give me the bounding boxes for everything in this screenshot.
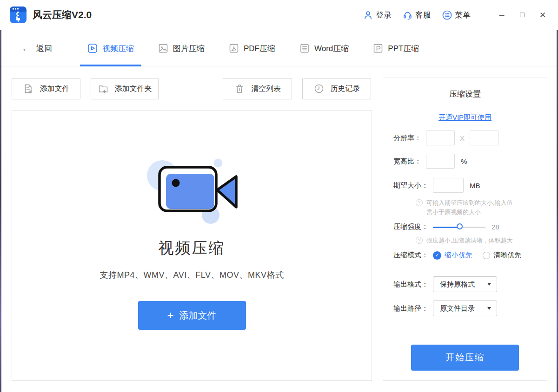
resolution-x-separator: X	[460, 134, 465, 142]
video-camera-illustration	[142, 153, 242, 230]
login-button[interactable]: 登录	[363, 10, 392, 20]
video-drop-panel[interactable]: 视频压缩 支持MP4、WMV、AVI、FLV、MOV、MKV格式 + 添加文件	[12, 110, 372, 381]
radio-label: 缩小优先	[445, 251, 472, 260]
add-file-primary-label: 添加文件	[179, 309, 217, 322]
add-folder-label: 添加文件夹	[115, 84, 152, 94]
vip-link[interactable]: 开通VIP即可使用	[393, 113, 537, 122]
target-size-help: ? 可输入期望压缩到的大小,输入值 需小于原视频的大小	[393, 198, 537, 217]
video-play-icon	[87, 43, 98, 53]
customer-service-button[interactable]: 客服	[403, 10, 431, 20]
clear-list-label: 清空列表	[251, 84, 281, 94]
desktop-edge-left	[0, 29, 1, 392]
help-icon: ?	[416, 199, 423, 206]
tab-video-compress[interactable]: 视频压缩	[80, 31, 141, 66]
customer-service-label: 客服	[415, 10, 431, 20]
strength-label: 压缩强度：	[393, 222, 428, 231]
tab-label: 图片压缩	[173, 43, 205, 54]
radio-label: 清晰优先	[493, 251, 521, 260]
aspect-ratio-row: 宽高比： %	[393, 154, 537, 169]
clock-icon	[313, 83, 325, 94]
clear-list-button[interactable]: 清空列表	[223, 78, 292, 99]
tab-image-compress[interactable]: 图片压缩	[151, 31, 212, 66]
radio-unchecked-icon	[483, 252, 490, 259]
ppt-icon	[373, 43, 383, 53]
close-button[interactable]: ✕	[538, 11, 548, 19]
compression-settings-panel: 压缩设置 开通VIP即可使用 分辨率： X 宽高比： % 期望大小： MB ? …	[383, 78, 547, 381]
plus-icon: +	[167, 310, 173, 321]
target-size-help-text: 可输入期望压缩到的大小,输入值 需小于原视频的大小	[426, 198, 513, 217]
target-size-row: 期望大小： MB	[393, 178, 537, 193]
chevron-down-icon	[487, 283, 491, 286]
output-path-value: 原文件目录	[440, 304, 475, 313]
titlebar-actions: 登录 客服 菜单 ─ □ ✕	[352, 10, 548, 20]
history-button[interactable]: 历史记录	[302, 78, 371, 99]
back-arrow-icon: ←	[22, 45, 30, 52]
target-size-unit: MB	[470, 182, 480, 189]
start-compress-button[interactable]: 开始压缩	[411, 345, 519, 371]
back-label: 返回	[36, 43, 52, 54]
resolution-label: 分辨率：	[393, 134, 421, 143]
minimize-button[interactable]: ─	[497, 12, 507, 19]
chevron-down-icon	[487, 307, 491, 310]
window-controls: ─ □ ✕	[486, 11, 548, 19]
output-path-row: 输出路径： 原文件目录	[393, 301, 537, 316]
add-file-label: 添加文件	[40, 84, 70, 94]
slider-fill	[433, 227, 460, 228]
app-title: 风云压缩V2.0	[33, 8, 92, 21]
word-doc-icon	[299, 43, 310, 53]
tabs: 视频压缩 图片压缩 PDF压缩 Word压缩	[80, 31, 436, 66]
history-label: 历史记录	[331, 84, 360, 94]
strength-row: 压缩强度： 28	[393, 222, 537, 231]
maximize-button[interactable]: □	[517, 11, 527, 19]
output-format-value: 保持原格式	[440, 280, 475, 289]
aspect-ratio-unit: %	[461, 157, 467, 165]
drop-panel-title: 视频压缩	[159, 238, 226, 259]
file-plus-icon	[23, 83, 34, 94]
add-file-primary-button[interactable]: + 添加文件	[138, 301, 246, 330]
tabbar: ← 返回 视频压缩 图片压缩 PDF压缩	[1, 31, 557, 66]
aspect-ratio-input[interactable]	[426, 154, 455, 169]
menu-label: 菜单	[455, 10, 471, 20]
menu-button[interactable]: 菜单	[442, 10, 471, 20]
folder-plus-icon	[98, 83, 109, 94]
output-path-select[interactable]: 原文件目录	[433, 301, 497, 316]
strength-help-text: 强度越小,压缩越清晰，体积越大	[426, 236, 513, 245]
mode-row: 压缩模式： ✓ 缩小优先 清晰优先	[393, 251, 537, 260]
tab-label: 视频压缩	[102, 43, 134, 54]
tab-label: PPT压缩	[388, 43, 419, 54]
output-path-label: 输出路径：	[393, 304, 428, 313]
image-icon	[158, 43, 168, 53]
tab-label: Word压缩	[314, 43, 349, 54]
add-file-button[interactable]: 添加文件	[12, 78, 80, 99]
resolution-height-input[interactable]	[470, 131, 498, 145]
aspect-ratio-label: 宽高比：	[393, 157, 421, 166]
app-logo-icon	[9, 6, 27, 24]
strength-value: 28	[492, 223, 499, 231]
supported-formats-text: 支持MP4、WMV、AVI、FLV、MOV、MKV格式	[100, 269, 284, 281]
resolution-width-input[interactable]	[426, 131, 455, 145]
output-format-label: 输出格式：	[393, 280, 428, 289]
trash-icon	[234, 83, 245, 94]
radio-checked-icon: ✓	[433, 251, 441, 260]
output-format-row: 输出格式： 保持原格式	[393, 276, 537, 292]
tab-label: PDF压缩	[244, 43, 275, 54]
target-size-label: 期望大小：	[393, 181, 428, 190]
divider	[393, 107, 537, 107]
strength-help: ? 强度越小,压缩越清晰，体积越大	[393, 236, 537, 245]
output-format-select[interactable]: 保持原格式	[433, 276, 497, 292]
slider-knob[interactable]	[457, 223, 463, 229]
settings-title: 压缩设置	[393, 89, 537, 99]
back-button[interactable]: ← 返回	[15, 43, 52, 54]
add-folder-button[interactable]: 添加文件夹	[91, 78, 159, 99]
titlebar: 风云压缩V2.0 登录 客服	[0, 0, 558, 30]
tab-pdf-compress[interactable]: PDF压缩	[221, 31, 283, 66]
target-size-input[interactable]	[433, 178, 464, 193]
radio-clarity-priority[interactable]: 清晰优先	[483, 251, 521, 260]
file-toolbar: 添加文件 添加文件夹 清空列表 历史记录	[12, 78, 371, 99]
strength-slider[interactable]	[433, 223, 485, 231]
pdf-icon	[229, 43, 239, 53]
tab-word-compress[interactable]: Word压缩	[292, 31, 356, 66]
tab-ppt-compress[interactable]: PPT压缩	[365, 31, 426, 66]
toolbar-left-group: 添加文件 添加文件夹	[12, 78, 159, 99]
radio-shrink-priority[interactable]: ✓ 缩小优先	[433, 251, 472, 260]
